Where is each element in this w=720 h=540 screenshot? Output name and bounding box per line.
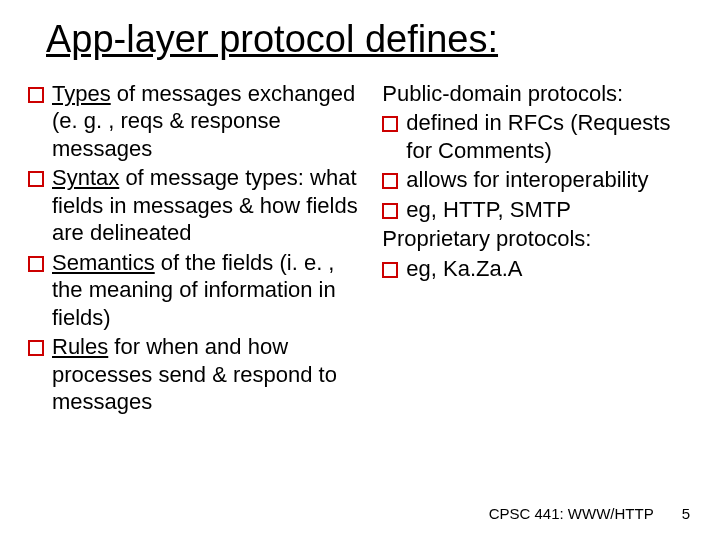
page-number: 5 <box>682 505 690 522</box>
list-item: Syntax of message types: what fields in … <box>28 164 370 247</box>
bullet-icon <box>28 171 44 187</box>
list-item: eg, Ka.Za.A <box>382 255 692 283</box>
bullet-icon <box>28 340 44 356</box>
bullet-icon <box>382 262 398 278</box>
content-columns: Types of messages exchanged (e. g. , req… <box>28 80 692 418</box>
item-text: eg, Ka.Za.A <box>406 255 692 283</box>
right-column: Public-domain protocols: defined in RFCs… <box>382 80 692 418</box>
item-lead: Syntax <box>52 165 119 190</box>
list-item: defined in RFCs (Requests for Comments) <box>382 109 692 164</box>
item-lead: Types <box>52 81 111 106</box>
footer-course: CPSC 441: WWW/HTTP <box>489 505 654 522</box>
item-text: Types of messages exchanged (e. g. , req… <box>52 80 370 163</box>
item-lead: Semantics <box>52 250 155 275</box>
list-item: allows for interoperability <box>382 166 692 194</box>
left-column: Types of messages exchanged (e. g. , req… <box>28 80 370 418</box>
slide-footer: CPSC 441: WWW/HTTP 5 <box>489 505 690 522</box>
bullet-icon <box>28 87 44 103</box>
subheading-proprietary: Proprietary protocols: <box>382 225 692 253</box>
item-text: Rules for when and how processes send & … <box>52 333 370 416</box>
item-lead: Rules <box>52 334 108 359</box>
item-text: Semantics of the fields (i. e. , the mea… <box>52 249 370 332</box>
item-text: Syntax of message types: what fields in … <box>52 164 370 247</box>
bullet-icon <box>28 256 44 272</box>
bullet-icon <box>382 116 398 132</box>
bullet-icon <box>382 173 398 189</box>
item-text: allows for interoperability <box>406 166 692 194</box>
list-item: Rules for when and how processes send & … <box>28 333 370 416</box>
list-item: eg, HTTP, SMTP <box>382 196 692 224</box>
slide-title: App-layer protocol defines: <box>46 18 692 62</box>
item-text: defined in RFCs (Requests for Comments) <box>406 109 692 164</box>
bullet-icon <box>382 203 398 219</box>
list-item: Types of messages exchanged (e. g. , req… <box>28 80 370 163</box>
slide: App-layer protocol defines: Types of mes… <box>0 0 720 540</box>
item-text: eg, HTTP, SMTP <box>406 196 692 224</box>
list-item: Semantics of the fields (i. e. , the mea… <box>28 249 370 332</box>
subheading-public: Public-domain protocols: <box>382 80 692 108</box>
